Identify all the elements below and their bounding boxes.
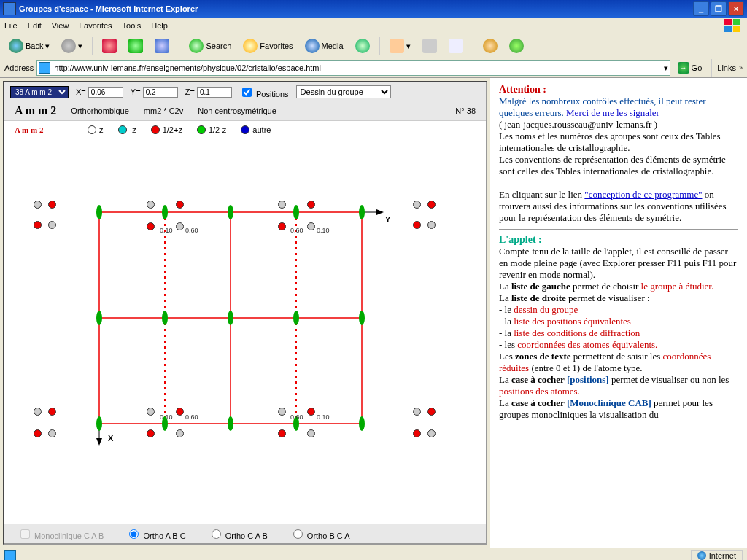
menu-help[interactable]: Help <box>151 21 168 30</box>
window-title: Groupes d'espace - Microsoft Internet Ex… <box>19 4 692 13</box>
svg-rect-1 <box>733 19 740 25</box>
chevron-down-icon: ▾ <box>45 42 50 51</box>
titlebar: Groupes d'espace - Microsoft Internet Ex… <box>0 0 747 18</box>
conception-link[interactable]: "conception de ce programme" <box>584 189 702 200</box>
svg-point-25 <box>228 416 233 431</box>
radio-row: Monoclinique C A B Ortho A B C Ortho C A… <box>4 524 486 543</box>
svg-point-18 <box>96 311 102 325</box>
address-bar: Address ▾ →Go Links » <box>0 58 747 78</box>
messenger-button[interactable] <box>505 36 528 55</box>
svg-rect-3 <box>733 26 740 32</box>
chevron-down-icon: ▾ <box>78 42 82 51</box>
maximize-button[interactable]: ❐ <box>711 1 727 16</box>
toolbar: Back ▾ ▾ Search Favorites Media ▾ <box>0 34 747 58</box>
svg-point-17 <box>359 205 365 219</box>
minimize-button[interactable]: _ <box>693 1 709 16</box>
svg-point-27 <box>359 416 365 431</box>
applet-heading: L'applet : <box>499 234 738 246</box>
group-number: N° 38 <box>455 106 476 115</box>
menu-edit[interactable]: Edit <box>28 21 42 30</box>
svg-point-13 <box>96 205 102 219</box>
forward-button[interactable]: ▾ <box>57 36 87 55</box>
media-button[interactable]: Media <box>301 36 348 55</box>
positions-checkbox[interactable]: Positions <box>239 85 289 99</box>
edit-button[interactable] <box>444 36 468 55</box>
ie-icon <box>3 2 16 15</box>
mail-button[interactable]: ▾ <box>385 36 415 55</box>
centrosym: Non centrosymétrique <box>198 106 276 115</box>
search-button[interactable]: Search <box>185 36 236 55</box>
radio-mono: Monoclinique C A B <box>18 527 104 541</box>
history-button[interactable] <box>351 36 374 55</box>
svg-point-15 <box>228 205 233 219</box>
svg-point-19 <box>162 311 168 325</box>
report-link[interactable]: Merci de me les signaler <box>566 107 659 118</box>
svg-point-14 <box>162 205 168 219</box>
svg-marker-10 <box>96 438 102 446</box>
y-axis-label: Y <box>385 215 390 224</box>
svg-point-23 <box>96 416 102 431</box>
home-button[interactable] <box>150 36 174 55</box>
svg-rect-2 <box>724 26 732 32</box>
side-text: Attention : Malgré les nombreux contrôle… <box>490 78 747 548</box>
group-name: A m m 2 <box>15 104 56 117</box>
globe-icon <box>697 551 706 560</box>
attention-heading: Attention : <box>499 84 738 96</box>
svg-point-21 <box>293 311 299 325</box>
x-input[interactable] <box>88 87 123 98</box>
svg-rect-0 <box>724 19 732 25</box>
svg-point-22 <box>359 311 365 325</box>
draw-select[interactable]: Dessin du groupe <box>296 85 391 98</box>
page-icon <box>39 62 50 74</box>
ie-logo <box>722 18 743 33</box>
chevron-right-icon[interactable]: » <box>739 64 743 71</box>
statusbar: Internet <box>0 548 747 560</box>
address-label: Address <box>4 63 34 72</box>
zone-indicator: Internet <box>691 550 743 560</box>
page-icon <box>4 550 16 560</box>
crystal-system: Orthorhombique <box>71 106 129 115</box>
radio-oabc[interactable]: Ortho A B C <box>125 527 185 540</box>
favorites-button[interactable]: Favorites <box>239 36 297 55</box>
x-axis-label: X <box>108 434 113 443</box>
chevron-down-icon: ▾ <box>406 42 411 51</box>
svg-point-20 <box>228 311 233 325</box>
point-group: mm2 * C2v <box>144 106 183 115</box>
radio-ocab[interactable]: Ortho C A B <box>208 527 268 540</box>
back-button[interactable]: Back ▾ <box>4 36 54 55</box>
chevron-down-icon[interactable]: ▾ <box>664 63 668 73</box>
radio-obca[interactable]: Ortho B C A <box>290 527 350 540</box>
legend-row: A m m 2 z -z 1/2+z 1/2-z autre <box>4 121 486 139</box>
info-row: A m m 2 Orthorhombique mm2 * C2v Non cen… <box>4 101 486 121</box>
menu-favorites[interactable]: Favorites <box>79 21 112 30</box>
address-input-wrap[interactable]: ▾ <box>36 60 670 76</box>
group-select[interactable]: 38 A m m 2 <box>10 86 69 98</box>
canvas: X Y 0.10 0.60 0.60 0.10 <box>4 139 486 524</box>
svg-point-16 <box>293 205 299 219</box>
svg-marker-12 <box>376 209 384 215</box>
z-input[interactable] <box>197 87 232 98</box>
stop-button[interactable] <box>98 36 121 55</box>
menu-view[interactable]: View <box>52 21 69 30</box>
refresh-button[interactable] <box>124 36 147 55</box>
go-button[interactable]: →Go <box>673 61 707 74</box>
menu-file[interactable]: File <box>4 21 18 30</box>
links-label[interactable]: Links <box>717 63 736 72</box>
address-input[interactable] <box>53 63 663 73</box>
close-button[interactable]: × <box>728 1 744 16</box>
menu-tools[interactable]: Tools <box>123 21 142 30</box>
control-row: 38 A m m 2 X= Y= Z= Positions Dessin du … <box>4 82 486 101</box>
applet-panel: 38 A m m 2 X= Y= Z= Positions Dessin du … <box>3 81 487 545</box>
menubar: File Edit View Favorites Tools Help <box>0 18 747 34</box>
y-input[interactable] <box>143 87 178 98</box>
print-button[interactable] <box>418 36 441 55</box>
discuss-button[interactable] <box>479 36 502 55</box>
